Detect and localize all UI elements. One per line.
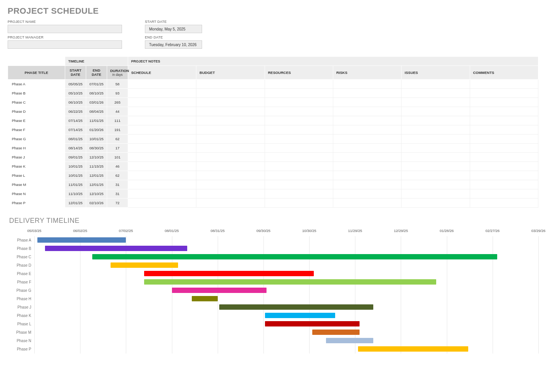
cell-budget[interactable] bbox=[196, 98, 265, 107]
project-manager-input[interactable] bbox=[8, 40, 122, 49]
cell-end[interactable]: 12/10/25 bbox=[86, 152, 107, 162]
cell-risks[interactable] bbox=[333, 180, 401, 189]
cell-comments[interactable] bbox=[470, 107, 538, 116]
cell-end[interactable]: 03/01/26 bbox=[86, 98, 107, 107]
cell-budget[interactable] bbox=[196, 125, 265, 134]
cell-comments[interactable] bbox=[470, 98, 538, 107]
cell-risks[interactable] bbox=[333, 98, 401, 107]
cell-schedule[interactable] bbox=[128, 152, 196, 162]
cell-resources[interactable] bbox=[265, 180, 333, 189]
cell-phase[interactable]: Phase A bbox=[8, 79, 65, 88]
cell-budget[interactable] bbox=[196, 171, 265, 180]
cell-issues[interactable] bbox=[401, 162, 470, 171]
cell-schedule[interactable] bbox=[128, 171, 196, 180]
cell-resources[interactable] bbox=[265, 162, 333, 171]
cell-schedule[interactable] bbox=[128, 189, 196, 198]
cell-phase[interactable]: Phase C bbox=[8, 98, 65, 107]
cell-end[interactable]: 12/01/25 bbox=[86, 171, 107, 180]
cell-end[interactable]: 07/01/25 bbox=[86, 79, 107, 88]
cell-comments[interactable] bbox=[470, 79, 538, 88]
cell-end[interactable]: 02/10/26 bbox=[86, 198, 107, 207]
cell-issues[interactable] bbox=[401, 107, 470, 116]
cell-schedule[interactable] bbox=[128, 107, 196, 116]
cell-end[interactable]: 10/01/25 bbox=[86, 134, 107, 143]
cell-start[interactable]: 09/01/25 bbox=[65, 152, 86, 162]
cell-issues[interactable] bbox=[401, 88, 470, 98]
cell-risks[interactable] bbox=[333, 198, 401, 207]
cell-issues[interactable] bbox=[401, 134, 470, 143]
cell-issues[interactable] bbox=[401, 152, 470, 162]
cell-issues[interactable] bbox=[401, 116, 470, 125]
cell-end[interactable]: 11/15/25 bbox=[86, 162, 107, 171]
cell-budget[interactable] bbox=[196, 134, 265, 143]
cell-resources[interactable] bbox=[265, 198, 333, 207]
cell-start[interactable]: 08/01/25 bbox=[65, 134, 86, 143]
cell-resources[interactable] bbox=[265, 125, 333, 134]
cell-resources[interactable] bbox=[265, 98, 333, 107]
cell-comments[interactable] bbox=[470, 162, 538, 171]
cell-resources[interactable] bbox=[265, 88, 333, 98]
cell-start[interactable]: 10/01/25 bbox=[65, 162, 86, 171]
cell-comments[interactable] bbox=[470, 143, 538, 152]
cell-duration[interactable]: 191 bbox=[107, 125, 128, 134]
cell-duration[interactable]: 93 bbox=[107, 88, 128, 98]
cell-risks[interactable] bbox=[333, 134, 401, 143]
cell-resources[interactable] bbox=[265, 107, 333, 116]
cell-risks[interactable] bbox=[333, 143, 401, 152]
cell-resources[interactable] bbox=[265, 79, 333, 88]
cell-phase[interactable]: Phase E bbox=[8, 116, 65, 125]
cell-duration[interactable]: 31 bbox=[107, 189, 128, 198]
cell-schedule[interactable] bbox=[128, 134, 196, 143]
cell-end[interactable]: 08/10/25 bbox=[86, 88, 107, 98]
cell-comments[interactable] bbox=[470, 116, 538, 125]
cell-issues[interactable] bbox=[401, 189, 470, 198]
cell-issues[interactable] bbox=[401, 198, 470, 207]
cell-duration[interactable]: 72 bbox=[107, 198, 128, 207]
cell-start[interactable]: 06/10/25 bbox=[65, 98, 86, 107]
cell-phase[interactable]: Phase H bbox=[8, 143, 65, 152]
cell-comments[interactable] bbox=[470, 198, 538, 207]
cell-risks[interactable] bbox=[333, 79, 401, 88]
cell-duration[interactable]: 31 bbox=[107, 180, 128, 189]
start-date-input[interactable]: Monday, May 5, 2025 bbox=[145, 25, 202, 33]
cell-phase[interactable]: Phase B bbox=[8, 88, 65, 98]
cell-schedule[interactable] bbox=[128, 143, 196, 152]
cell-duration[interactable]: 101 bbox=[107, 152, 128, 162]
cell-budget[interactable] bbox=[196, 180, 265, 189]
cell-comments[interactable] bbox=[470, 125, 538, 134]
cell-resources[interactable] bbox=[265, 171, 333, 180]
cell-resources[interactable] bbox=[265, 116, 333, 125]
cell-phase[interactable]: Phase F bbox=[8, 125, 65, 134]
cell-comments[interactable] bbox=[470, 152, 538, 162]
cell-comments[interactable] bbox=[470, 171, 538, 180]
cell-duration[interactable]: 265 bbox=[107, 98, 128, 107]
cell-budget[interactable] bbox=[196, 143, 265, 152]
cell-schedule[interactable] bbox=[128, 180, 196, 189]
cell-end[interactable]: 12/10/25 bbox=[86, 189, 107, 198]
cell-risks[interactable] bbox=[333, 189, 401, 198]
project-name-input[interactable] bbox=[8, 25, 122, 33]
cell-phase[interactable]: Phase G bbox=[8, 134, 65, 143]
cell-duration[interactable]: 58 bbox=[107, 79, 128, 88]
cell-phase[interactable]: Phase N bbox=[8, 189, 65, 198]
cell-risks[interactable] bbox=[333, 162, 401, 171]
cell-phase[interactable]: Phase M bbox=[8, 180, 65, 189]
cell-duration[interactable]: 46 bbox=[107, 162, 128, 171]
cell-issues[interactable] bbox=[401, 171, 470, 180]
cell-schedule[interactable] bbox=[128, 98, 196, 107]
cell-phase[interactable]: Phase K bbox=[8, 162, 65, 171]
cell-schedule[interactable] bbox=[128, 116, 196, 125]
cell-resources[interactable] bbox=[265, 152, 333, 162]
cell-phase[interactable]: Phase J bbox=[8, 152, 65, 162]
cell-comments[interactable] bbox=[470, 88, 538, 98]
cell-start[interactable]: 11/10/25 bbox=[65, 189, 86, 198]
cell-start[interactable]: 07/14/25 bbox=[65, 125, 86, 134]
cell-schedule[interactable] bbox=[128, 125, 196, 134]
cell-start[interactable]: 07/14/25 bbox=[65, 116, 86, 125]
cell-risks[interactable] bbox=[333, 116, 401, 125]
cell-duration[interactable]: 62 bbox=[107, 134, 128, 143]
cell-phase[interactable]: Phase L bbox=[8, 171, 65, 180]
cell-budget[interactable] bbox=[196, 162, 265, 171]
cell-duration[interactable]: 17 bbox=[107, 143, 128, 152]
cell-end[interactable]: 01/20/26 bbox=[86, 125, 107, 134]
